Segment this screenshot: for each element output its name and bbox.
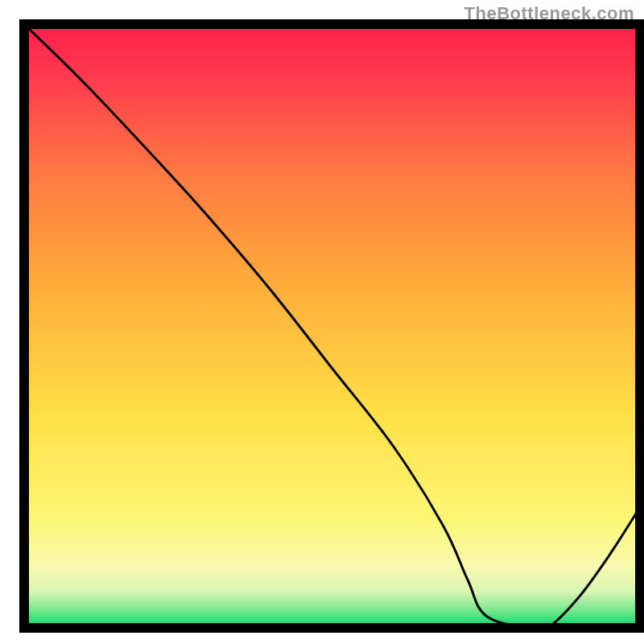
bottleneck-chart: [0, 0, 644, 644]
chart-container: TheBottleneck.com: [0, 0, 644, 644]
watermark-text: TheBottleneck.com: [464, 3, 634, 24]
gradient-background: [24, 24, 640, 628]
